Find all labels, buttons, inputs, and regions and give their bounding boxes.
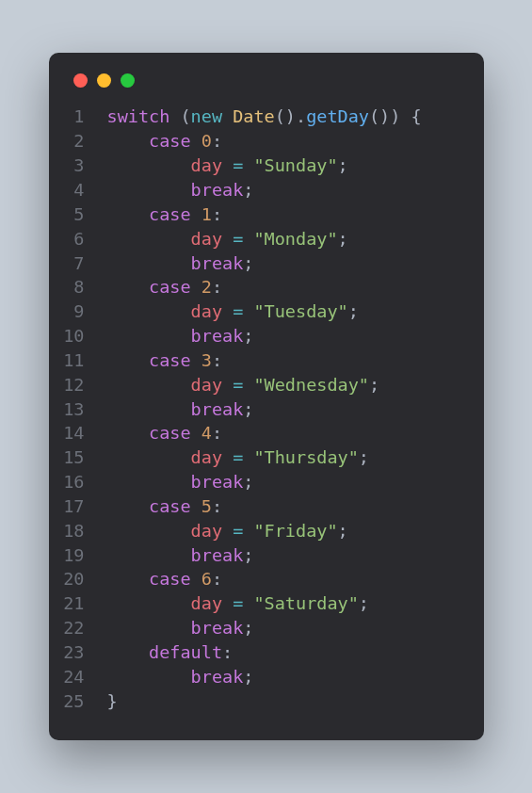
line-number: 19 [49,543,107,568]
maximize-icon[interactable] [121,73,135,88]
line-number: 17 [49,494,107,519]
code-token: 0 [202,131,212,151]
code-token: default [149,642,222,662]
code-line: 1switch (new Date().getDay()) { [49,105,484,129]
line-number: 20 [49,567,107,591]
code-token: "Saturday" [253,593,358,613]
code-token [107,277,150,297]
code-token [107,350,150,370]
code-line: 15 day = "Thursday"; [49,445,484,470]
line-content: day = "Tuesday"; [107,299,484,324]
line-number: 23 [49,640,107,665]
code-token: case [149,350,191,370]
code-token: : [212,569,222,589]
code-token: : [212,131,222,151]
code-token: 4 [202,423,212,443]
code-token [222,229,233,249]
line-content: case 5: [107,494,484,519]
line-content: break; [107,616,484,640]
line-content: day = "Saturday"; [107,591,484,616]
code-token: = [233,447,243,467]
line-content: day = "Sunday"; [107,154,484,178]
line-content: break; [107,251,484,276]
code-token: case [149,131,191,151]
line-number: 15 [49,445,107,470]
code-token: break [191,180,244,200]
code-line: 8 case 2: [49,275,484,299]
code-token: getDay [306,106,369,126]
code-token: : [212,204,222,224]
line-number: 11 [49,348,107,373]
code-token [222,106,233,126]
code-line: 24 break; [49,665,484,689]
code-token [107,253,191,273]
code-token: 1 [202,204,212,224]
minimize-icon[interactable] [97,73,111,88]
code-line: 7 break; [49,251,484,276]
code-token: break [191,667,244,687]
code-token [107,545,191,565]
code-token [191,277,202,297]
line-content: break; [107,470,484,494]
close-icon[interactable] [73,73,88,88]
code-token: 5 [202,496,212,516]
code-token: : [212,277,222,297]
line-content: case 1: [107,202,484,227]
code-token [191,350,202,370]
line-content: switch (new Date().getDay()) { [107,105,484,129]
code-token: 6 [202,569,212,589]
line-number: 16 [49,470,107,494]
code-token [107,301,191,321]
code-token [243,229,253,249]
code-token: 3 [202,350,212,370]
line-number: 24 [49,665,107,689]
code-token [222,521,233,541]
code-token [191,423,202,443]
code-token [243,521,253,541]
code-token [243,593,253,613]
code-token: : [222,642,233,662]
code-line: 11 case 3: [49,348,484,373]
code-line: 25} [49,689,484,714]
code-token: ; [338,521,348,541]
code-token [222,593,233,613]
code-token [222,155,233,175]
code-token: break [191,399,244,419]
code-line: 22 break; [49,616,484,640]
line-content: case 6: [107,567,484,591]
line-number: 1 [49,105,107,129]
code-token: new [191,106,222,126]
line-number: 4 [49,178,107,202]
code-token [191,496,202,516]
line-content: case 4: [107,421,484,445]
line-number: 13 [49,397,107,422]
code-block: 1switch (new Date().getDay()) {2 case 0:… [49,105,484,713]
code-token: "Tuesday" [253,301,347,321]
line-content: break; [107,178,484,202]
code-token: ; [348,301,359,321]
code-line: 2 case 0: [49,129,484,154]
code-token: ; [338,229,348,249]
code-token: = [233,593,243,613]
line-content: day = "Thursday"; [107,445,484,470]
code-line: 19 break; [49,543,484,568]
code-token: } [107,691,118,711]
code-token: ; [359,593,369,613]
line-number: 5 [49,202,107,227]
code-token: (). [275,106,306,126]
code-token [107,423,150,443]
code-token: day [191,375,222,395]
code-token: Date [233,106,275,126]
code-token: : [212,350,222,370]
code-token: case [149,204,191,224]
line-number: 6 [49,227,107,251]
line-number: 9 [49,299,107,324]
code-token: "Thursday" [253,447,358,467]
code-token: = [233,521,243,541]
code-token [243,301,253,321]
line-content: day = "Friday"; [107,519,484,543]
code-token: 2 [202,277,212,297]
code-token [191,204,202,224]
code-token: : [212,423,222,443]
code-token: ; [369,375,379,395]
